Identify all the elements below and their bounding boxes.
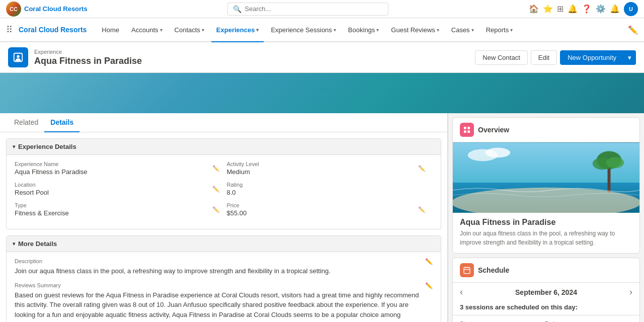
- bell-icon[interactable]: 🔔: [568, 4, 578, 14]
- breadcrumb: Experience: [34, 49, 142, 55]
- edit-type-icon[interactable]: ✏️: [212, 206, 220, 213]
- session-item-1: Start 09:00 AM End 12:00 PM 📋 Bookings: …: [453, 315, 639, 322]
- nav-item-reports[interactable]: Reports ▾: [481, 18, 518, 42]
- nav-item-cases[interactable]: Cases ▾: [446, 18, 479, 42]
- schedule-card: Schedule ‹ September 6, 2024 › 3 session…: [452, 258, 640, 322]
- field-price: Price $55.00 ✏️: [227, 202, 433, 217]
- chevron-down-icon: ▾: [160, 27, 163, 33]
- experience-details-body: Experience Name Aqua Fitness in Paradise…: [7, 155, 441, 229]
- edit-experience-name-icon[interactable]: ✏️: [212, 165, 220, 172]
- more-details-header[interactable]: ▾ More Details: [7, 236, 441, 252]
- field-activity-level: Activity Level Medium ✏️: [227, 161, 433, 176]
- settings-icon[interactable]: ⚙️: [596, 4, 606, 14]
- nav-edit-icon[interactable]: ✏️: [628, 25, 638, 35]
- schedule-card-header: Schedule: [453, 258, 639, 283]
- chevron-down-icon: ▾: [256, 27, 259, 33]
- chevron-down-icon: ▾: [510, 27, 513, 33]
- new-opportunity-dropdown-button[interactable]: ▾: [624, 50, 636, 65]
- right-panel: Overview: [448, 113, 644, 322]
- record-header-left: Experience Aqua Fitness in Paradise: [8, 47, 142, 67]
- logo-icon: CC: [6, 2, 21, 17]
- schedule-icon: [460, 263, 474, 277]
- utility-bar: CC Coral Cloud Resorts 🔍 🏠 ⭐ ⊞ 🔔 ❓ ⚙️ 🔔 …: [0, 0, 644, 18]
- field-row-location-rating: Location Resort Pool ✏️ Rating 8.0: [15, 182, 433, 196]
- record-actions: New Contact Edit New Opportunity ▾: [475, 50, 636, 65]
- chevron-down-icon: ▾: [334, 27, 336, 33]
- search-icon: 🔍: [233, 5, 242, 13]
- record-type-icon: [8, 47, 28, 67]
- nav-item-accounts[interactable]: Accounts ▾: [126, 18, 167, 42]
- nav-grid-icon[interactable]: ⠿: [6, 24, 13, 35]
- nav-item-experience-sessions[interactable]: Experience Sessions ▾: [266, 18, 341, 42]
- svg-point-1: [17, 55, 20, 58]
- svg-rect-5: [467, 130, 470, 133]
- experience-details-header[interactable]: ▾ Experience Details: [7, 139, 441, 155]
- nav-item-contacts[interactable]: Contacts ▾: [170, 18, 209, 42]
- new-contact-button[interactable]: New Contact: [475, 50, 527, 65]
- svg-point-9: [485, 147, 510, 157]
- svg-point-13: [606, 157, 624, 168]
- chevron-down-icon: ▾: [437, 27, 439, 33]
- notification-icon[interactable]: 🔔: [610, 4, 620, 14]
- next-date-button[interactable]: ›: [629, 287, 632, 297]
- nav-item-guest-reviews[interactable]: Guest Reviews ▾: [386, 18, 444, 42]
- overview-image: [453, 142, 639, 213]
- overview-card-header: Overview: [453, 118, 639, 142]
- field-type: Type Fitness & Exercise ✏️: [15, 202, 227, 217]
- utility-bar-left: CC Coral Cloud Resorts: [6, 2, 88, 17]
- star-icon[interactable]: ⭐: [543, 4, 553, 14]
- grid-icon[interactable]: ⊞: [557, 4, 564, 14]
- search-bar[interactable]: 🔍: [227, 3, 388, 16]
- page-title: Aqua Fitness in Paradise: [34, 56, 142, 66]
- field-location: Location Resort Pool ✏️: [15, 182, 227, 196]
- field-row-type-price: Type Fitness & Exercise ✏️ Price $55.00 …: [15, 202, 433, 217]
- edit-description-icon[interactable]: ✏️: [425, 258, 433, 265]
- chevron-down-icon: ▾: [471, 27, 474, 33]
- more-details-body: Description Join our aqua fitness class …: [7, 252, 441, 322]
- svg-rect-2: [464, 127, 466, 129]
- schedule-nav: ‹ September 6, 2024 ›: [453, 283, 639, 301]
- search-input[interactable]: [245, 5, 383, 13]
- edit-activity-level-icon[interactable]: ✏️: [418, 165, 426, 172]
- field-description: Description Join our aqua fitness class …: [15, 258, 433, 276]
- edit-button[interactable]: Edit: [531, 50, 557, 65]
- home-icon[interactable]: 🏠: [529, 4, 539, 14]
- nav-item-home[interactable]: Home: [97, 18, 124, 42]
- chevron-down-icon: ▾: [13, 241, 15, 247]
- tab-details[interactable]: Details: [44, 113, 79, 132]
- nav-item-experiences[interactable]: Experiences ▾: [211, 18, 264, 42]
- overview-record-title: Aqua Fitness in Paradise: [460, 218, 632, 227]
- brand-name: Coral Cloud Resorts: [24, 5, 88, 13]
- prev-date-button[interactable]: ‹: [460, 287, 463, 297]
- record-info: Experience Aqua Fitness in Paradise: [34, 49, 142, 66]
- overview-card: Overview: [452, 117, 640, 254]
- chevron-down-icon: ▾: [202, 27, 204, 33]
- edit-reviews-icon[interactable]: ✏️: [425, 282, 433, 289]
- more-details-section: ▾ More Details Description Join our aqua…: [6, 235, 441, 322]
- nav-bar: ⠿ Coral Cloud Resorts Home Accounts ▾ Co…: [0, 18, 644, 42]
- field-reviews-summary: Reviews Summary Based on guest reviews f…: [15, 282, 433, 323]
- tab-related[interactable]: Related: [8, 113, 44, 132]
- experience-details-section: ▾ Experience Details Experience Name Aqu…: [6, 138, 441, 229]
- chevron-down-icon: ▾: [376, 27, 379, 33]
- overview-description: Join our aqua fitness class in the pool,…: [460, 229, 632, 247]
- help-icon[interactable]: ❓: [582, 4, 592, 14]
- brand-logo[interactable]: CC Coral Cloud Resorts: [6, 2, 88, 17]
- edit-price-icon[interactable]: ✏️: [418, 206, 426, 213]
- left-panel: Related Details ▾ Experience Details Exp…: [0, 113, 448, 322]
- tabs-bar: Related Details: [0, 113, 447, 132]
- edit-location-icon[interactable]: ✏️: [212, 186, 220, 193]
- overview-hero-svg: [453, 142, 639, 213]
- utility-icons: 🏠 ⭐ ⊞ 🔔 ❓ ⚙️ 🔔 U: [529, 2, 638, 16]
- main-layout: Related Details ▾ Experience Details Exp…: [0, 113, 644, 322]
- avatar[interactable]: U: [624, 2, 638, 16]
- hero-image: [0, 73, 644, 113]
- chevron-down-icon: ▾: [13, 144, 15, 149]
- field-rating: Rating 8.0: [227, 182, 433, 196]
- field-experience-name: Experience Name Aqua Fitness in Paradise…: [15, 161, 227, 176]
- new-opportunity-button[interactable]: New Opportunity: [560, 50, 624, 65]
- nav-app-name[interactable]: Coral Cloud Resorts: [19, 26, 87, 34]
- new-opportunity-group: New Opportunity ▾: [560, 50, 636, 65]
- field-row-name-activity: Experience Name Aqua Fitness in Paradise…: [15, 161, 433, 176]
- nav-item-bookings[interactable]: Bookings ▾: [343, 18, 384, 42]
